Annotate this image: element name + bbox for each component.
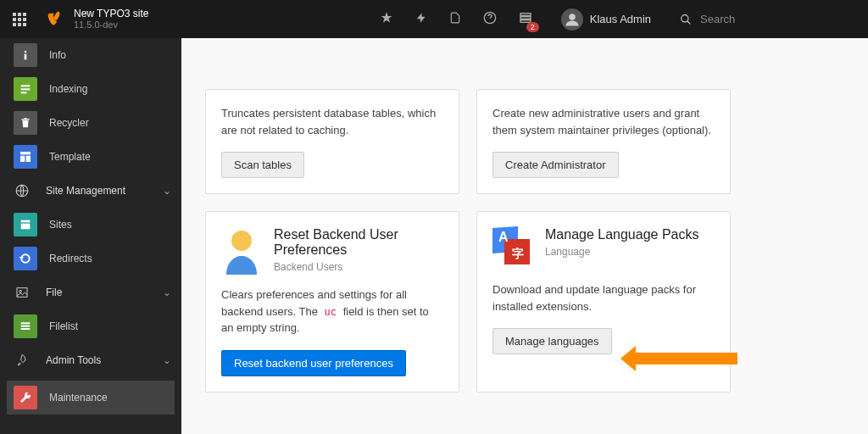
help-icon[interactable] (483, 11, 497, 27)
card-scan-tables: Truncates persistent database tables, wh… (205, 89, 459, 194)
sidebar-group-admin-tools[interactable]: Admin Tools ⌄ (0, 343, 181, 377)
sidebar-item-label: Filelist (49, 320, 171, 332)
topbar-tools: 2 (148, 11, 547, 27)
card-description: Truncates persistent database tables, wh… (221, 105, 443, 138)
sidebar-item-label: Info (49, 49, 171, 61)
sidebar-item-label: Sites (49, 219, 171, 231)
avatar-icon (561, 8, 583, 31)
wrench-icon (14, 386, 37, 409)
template-icon (14, 145, 37, 169)
sidebar-item-filelist[interactable]: Filelist (0, 309, 181, 343)
chevron-down-icon: ⌄ (163, 287, 171, 298)
sidebar-group-label: Site Management (46, 185, 163, 197)
globe-icon (10, 179, 34, 203)
card-header: A字 Manage Language Packs Language (492, 227, 715, 268)
notification-badge: 2 (526, 22, 539, 32)
typo3-logo-icon (42, 7, 67, 32)
svg-rect-7 (25, 54, 27, 60)
topbar-left: New TYPO3 site 11.5.0-dev (0, 0, 148, 38)
document-icon[interactable] (449, 11, 461, 27)
sidebar-group-label: File (46, 287, 163, 298)
sidebar-item-label: Template (49, 151, 171, 163)
flash-icon[interactable] (415, 11, 427, 27)
chevron-down-icon: ⌄ (163, 185, 171, 197)
code: uc (321, 305, 340, 319)
svg-rect-8 (21, 85, 31, 86)
translate-icon: A字 (492, 227, 533, 268)
list-icon[interactable]: 2 (519, 11, 532, 27)
module-sidebar: Info Indexing Recycler Template Site Man… (0, 38, 181, 434)
apps-menu-button[interactable] (0, 0, 38, 38)
trash-icon (14, 111, 37, 135)
sidebar-group-label: Admin Tools (46, 354, 163, 366)
topbar: New TYPO3 site 11.5.0-dev 2 Klaus Admin (0, 0, 868, 38)
svg-rect-19 (21, 322, 31, 324)
card-title: Reset Backend User Preferences (274, 227, 443, 258)
sidebar-item-maintenance[interactable]: Maintenance (7, 381, 175, 415)
svg-point-18 (19, 290, 22, 292)
image-icon (10, 281, 34, 304)
sidebar-item-redirects[interactable]: Redirects (0, 242, 181, 275)
svg-point-5 (682, 14, 688, 21)
search-box[interactable] (665, 13, 868, 26)
card-manage-language-packs: A字 Manage Language Packs Language Downlo… (476, 211, 731, 392)
sidebar-item-indexing[interactable]: Indexing (0, 72, 181, 106)
svg-rect-17 (17, 288, 27, 298)
svg-rect-2 (520, 17, 531, 19)
filelist-icon (14, 314, 37, 338)
user-menu[interactable]: Klaus Admin (548, 8, 665, 31)
info-icon (14, 43, 37, 67)
card-subtitle: Backend Users (274, 261, 443, 273)
svg-point-22 (231, 231, 252, 251)
sidebar-item-label: Indexing (49, 83, 171, 95)
sidebar-group-file[interactable]: File ⌄ (0, 275, 181, 309)
svg-rect-21 (21, 328, 31, 330)
user-name: Klaus Admin (590, 13, 651, 25)
user-icon (221, 227, 262, 268)
cards-row: Truncates persistent database tables, wh… (205, 89, 844, 194)
sidebar-item-label: Recycler (49, 117, 171, 129)
sidebar-item-sites[interactable]: Sites (0, 208, 181, 242)
svg-rect-1 (520, 14, 531, 16)
sidebar-item-template[interactable]: Template (0, 140, 181, 174)
card-description: Create new administrative users and gran… (492, 105, 715, 138)
content-area: Truncates persistent database tables, wh… (181, 38, 868, 434)
chevron-down-icon: ⌄ (163, 354, 171, 366)
search-input[interactable] (700, 13, 853, 25)
card-description: Clears preferences and settings for all … (221, 287, 443, 337)
svg-rect-10 (21, 92, 27, 93)
sidebar-item-label: Redirects (49, 253, 171, 264)
site-title: New TYPO3 site (74, 8, 148, 19)
card-create-admin: Create new administrative users and gran… (476, 89, 731, 194)
search-icon (680, 13, 692, 26)
sidebar-item-info[interactable]: Info (0, 38, 181, 72)
redirect-icon (14, 247, 37, 270)
sidebar-group-site-management[interactable]: Site Management ⌄ (0, 174, 181, 208)
bookmark-icon[interactable] (380, 11, 393, 27)
svg-rect-13 (26, 156, 31, 162)
create-administrator-button[interactable]: Create Administrator (492, 152, 619, 178)
sidebar-item-recycler[interactable]: Recycler (0, 106, 181, 140)
content-inner: Truncates persistent database tables, wh… (181, 38, 868, 434)
rocket-icon (10, 348, 34, 372)
annotation-arrow (636, 353, 737, 364)
card-description: Download and update language packs for i… (492, 281, 715, 314)
svg-point-4 (569, 14, 576, 20)
site-info[interactable]: New TYPO3 site 11.5.0-dev (74, 8, 148, 31)
card-subtitle: Language (545, 246, 698, 258)
sidebar-item-label: Maintenance (49, 392, 164, 403)
reset-backend-user-preferences-button[interactable]: Reset backend user preferences (221, 350, 406, 376)
scan-tables-button[interactable]: Scan tables (221, 152, 304, 178)
card-reset-preferences: Reset Backend User Preferences Backend U… (205, 211, 459, 392)
sites-icon (14, 213, 37, 236)
svg-rect-15 (21, 220, 31, 223)
svg-rect-16 (21, 224, 31, 230)
cards-row: Reset Backend User Preferences Backend U… (205, 211, 844, 392)
svg-rect-11 (20, 152, 31, 154)
site-version: 11.5.0-dev (74, 19, 148, 31)
svg-point-6 (25, 51, 27, 53)
card-header: Reset Backend User Preferences Backend U… (221, 227, 443, 273)
sidebar-active-wrap: Maintenance (7, 381, 175, 415)
svg-rect-20 (21, 326, 31, 327)
manage-languages-button[interactable]: Manage languages (492, 328, 612, 354)
